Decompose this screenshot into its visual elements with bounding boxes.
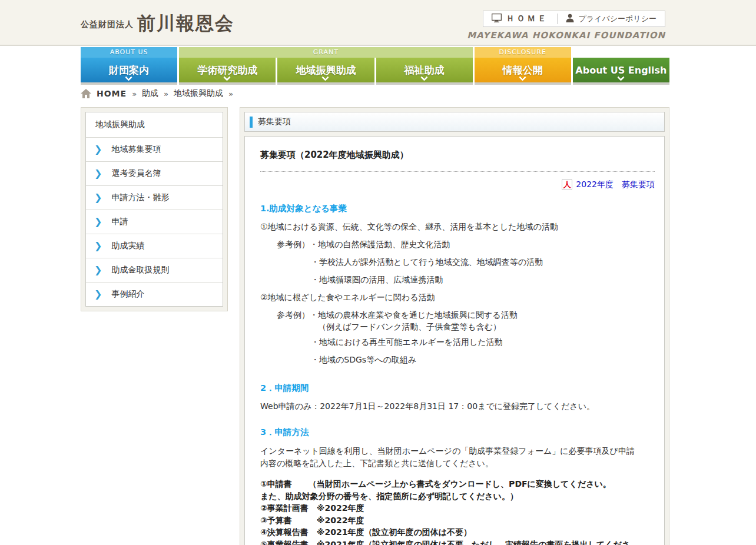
breadcrumb: HOME » 助成 » 地域振興助成 » <box>81 88 233 99</box>
foundation-romaji-name: MAYEKAWA HOKONKAI FOUNDATION <box>467 30 665 41</box>
page-title: 募集要項（2022年度地域振興助成） <box>260 149 655 161</box>
home-icon <box>81 89 91 98</box>
main-content: 募集要項 募集要項（2022年度地域振興助成） 人 2022年度 募集要項 1.… <box>240 107 669 545</box>
chevron-right-icon: ❯ <box>94 290 102 299</box>
sidebar-item-shinsei-hoho[interactable]: ❯ 申請方法・雛形 <box>86 185 223 210</box>
org-name-label: 前川報恩会 <box>137 14 234 32</box>
sidebar: 地域振興助成 ❯ 地域募集要項 ❯ 選考委員名簿 ❯ 申請方法・雛形 ❯ 申請 <box>81 107 228 311</box>
sidebar-item-label: 申請 <box>111 217 128 227</box>
person-icon <box>566 14 574 24</box>
tab-welfare-grant[interactable]: 福祉助成 <box>376 58 473 82</box>
sidebar-title: 地域振興助成 <box>86 112 223 137</box>
breadcrumb-separator: » <box>132 89 137 98</box>
sidebar-item-toriatsukai-kisoku[interactable]: ❯ 助成金取扱規則 <box>86 258 223 282</box>
breadcrumb-separator: » <box>164 89 168 98</box>
sidebar-item-senko-iin-meibo[interactable]: ❯ 選考委員名簿 <box>86 161 223 185</box>
sidebar-item-jirei-shokai[interactable]: ❯ 事例紹介 <box>86 282 223 306</box>
privacy-policy-label: プライバシーポリシー <box>579 14 656 24</box>
utility-separator <box>557 14 558 24</box>
document-line: ⑤事業報告書 ※2021年度（設立初年度の団体は不要、ただし、実績報告の書面を提… <box>260 539 655 545</box>
tab-regional-development-grant[interactable]: 地域振興助成 <box>277 58 374 82</box>
document-line: ④決算報告書 ※2021年度（設立初年度の団体は不要） <box>260 526 655 539</box>
document-line: ①申請書 （当財団ホームページ上から書式をダウンロードし、PDFに変換してくださ… <box>260 478 655 490</box>
breadcrumb-separator: » <box>228 89 233 98</box>
section1-line: ②地域に根ざした食やエネルギーに関わる活動 <box>260 288 655 306</box>
section1-line: （例えばフードバンク活動、子供食堂等も含む） <box>318 321 655 333</box>
section3-body: インターネット回線を利用し、当財団ホームページの「助成事業登録フォーム」に必要事… <box>260 445 642 470</box>
tab-academic-research-grant[interactable]: 学術研究助成 <box>179 58 276 82</box>
main-nav: ABOUT US GRANT DISCLOSURE 財団案内 学術研究助成 地域… <box>81 47 669 82</box>
section2-heading: 2．申請期間 <box>260 383 655 394</box>
section1-line: ・地域のSDGs等への取組み <box>311 351 655 368</box>
section1-line: ①地域における資源、伝統、文化等の保全、継承、活用を基本とした地域の活動 <box>260 218 655 235</box>
section1-line: ・地域における再生可能エネルギーを活用した活動 <box>311 333 655 351</box>
pdf-download-link[interactable]: 2022年度 募集要項 <box>576 180 655 190</box>
pdf-icon: 人 <box>562 179 572 190</box>
nav-strip-grant: GRANT <box>179 47 473 58</box>
tab-about-us-english[interactable]: About US English <box>573 58 669 82</box>
document-line: ③予算書 ※2022年度 <box>260 514 655 527</box>
section1-line: 参考例）・地域の自然保護活動、歴史文化活動 <box>277 235 655 253</box>
sidebar-item-label: 地域募集要項 <box>111 144 161 155</box>
breadcrumb-home-link[interactable]: HOME <box>97 89 127 98</box>
site-header: 公益財団法人 前川報恩会 ＨＯＭＥ プライバシーポリシー MAYEKAWA HO… <box>0 0 756 46</box>
chevron-right-icon: ❯ <box>94 169 102 178</box>
document-line: ②事業計画書 ※2022年度 <box>260 502 655 514</box>
monitor-icon <box>492 14 502 24</box>
breadcrumb-regional-grant-link[interactable]: 地域振興助成 <box>174 88 223 99</box>
required-documents-list: ①申請書 （当財団ホームページ上から書式をダウンロードし、PDFに変換してくださ… <box>260 478 655 545</box>
chevron-right-icon: ❯ <box>94 241 102 251</box>
dotted-divider <box>260 171 655 172</box>
section1-line: ・学校法人が課外活動として行う地域交流、地域調査等の活動 <box>311 253 655 271</box>
site-logo[interactable]: 公益財団法人 前川報恩会 <box>81 14 234 32</box>
org-type-label: 公益財団法人 <box>81 19 134 32</box>
content-columns: 地域振興助成 ❯ 地域募集要項 ❯ 選考委員名簿 ❯ 申請方法・雛形 ❯ 申請 <box>81 107 669 545</box>
home-link[interactable]: ＨＯＭＥ <box>492 14 549 24</box>
section1-line: ・地域循環圏の活用、広域連携活動 <box>311 271 655 288</box>
utility-box: ＨＯＭＥ プライバシーポリシー <box>483 11 665 27</box>
sidebar-item-label: 選考委員名簿 <box>111 168 161 179</box>
chevron-right-icon: ❯ <box>94 265 102 275</box>
sidebar-item-label: 事例紹介 <box>111 289 144 300</box>
tab-information-disclosure[interactable]: 情報公開 <box>475 58 571 82</box>
sidebar-item-label: 申請方法・雛形 <box>111 192 169 203</box>
pdf-download-row: 人 2022年度 募集要項 <box>260 179 655 190</box>
chevron-right-icon: ❯ <box>94 193 102 202</box>
privacy-policy-link[interactable]: プライバシーポリシー <box>566 14 656 24</box>
section3-heading: 3．申請方法 <box>260 427 655 438</box>
sidebar-item-label: 助成実績 <box>111 241 144 251</box>
accent-bar <box>250 117 253 128</box>
section2-body: Web申請のみ：2022年7月1日～2022年8月31日 17：00までに登録完… <box>260 397 655 415</box>
sidebar-item-josei-jisseki[interactable]: ❯ 助成実績 <box>86 234 223 258</box>
content-box: 募集要項（2022年度地域振興助成） 人 2022年度 募集要項 1.助成対象と… <box>244 136 665 545</box>
sidebar-item-label: 助成金取扱規則 <box>111 265 169 275</box>
nav-strip-about-us: ABOUT US <box>81 47 177 58</box>
chevron-right-icon: ❯ <box>94 145 102 154</box>
tab-foundation-info[interactable]: 財団案内 <box>81 58 177 82</box>
chevron-right-icon: ❯ <box>94 217 102 227</box>
nav-strip-disclosure: DISCLOSURE <box>475 47 571 58</box>
document-line: また、助成対象分野の番号を、指定箇所に必ず明記してください。） <box>260 490 655 503</box>
breadcrumb-grant-link[interactable]: 助成 <box>142 88 158 99</box>
section1-heading: 1.助成対象となる事業 <box>260 203 655 214</box>
page: 公益財団法人 前川報恩会 ＨＯＭＥ プライバシーポリシー MAYEKAWA HO… <box>0 0 756 545</box>
panel-header: 募集要項 <box>244 112 665 132</box>
home-link-label: ＨＯＭＥ <box>506 14 549 24</box>
sidebar-item-shinsei[interactable]: ❯ 申請 <box>86 210 223 234</box>
panel-title: 募集要項 <box>258 117 291 127</box>
sidebar-item-boshu-yoko[interactable]: ❯ 地域募集要項 <box>86 137 223 161</box>
sidebar-menu: 地域振興助成 ❯ 地域募集要項 ❯ 選考委員名簿 ❯ 申請方法・雛形 ❯ 申請 <box>85 112 223 307</box>
